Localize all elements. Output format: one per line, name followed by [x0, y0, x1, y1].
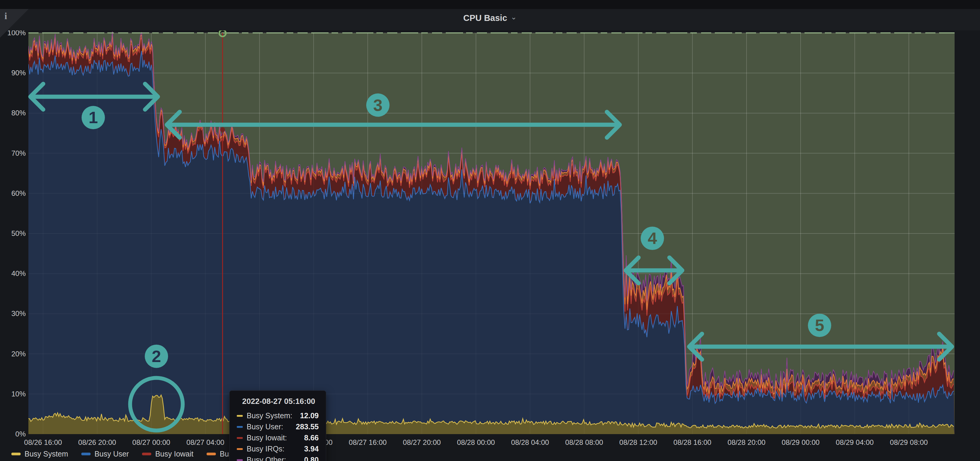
- tooltip-value: 3.94: [304, 445, 319, 453]
- info-icon: i: [5, 11, 7, 22]
- tooltip-label: Busy System:: [247, 412, 293, 420]
- x-tick-08-28-12-00: 08/28 12:00: [611, 438, 665, 447]
- x-tick-08-28-00-00: 08/28 00:00: [449, 438, 503, 447]
- panel-info-corner[interactable]: i: [0, 9, 39, 49]
- series-color-dash: [237, 448, 243, 450]
- tooltip-row-busy-user: Busy User: 283.55: [237, 421, 319, 432]
- x-tick-08-28-16-00: 08/28 16:00: [665, 438, 719, 447]
- x-tick-08-28-04-00: 08/28 04:00: [503, 438, 557, 447]
- x-tick-08-27-16-00: 08/27 16:00: [341, 438, 395, 447]
- svg-text:5: 5: [815, 316, 824, 335]
- tooltip-value: 283.55: [296, 423, 319, 431]
- tooltip-row-busy-other: Busy Other: 0.80: [237, 455, 319, 461]
- legend-label: Busy User: [94, 450, 129, 458]
- series-color-dash: [237, 459, 243, 461]
- svg-text:1: 1: [89, 108, 98, 127]
- tooltip-row-busy-iowait: Busy Iowait: 8.66: [237, 432, 319, 444]
- svg-text:3: 3: [373, 96, 382, 114]
- panel-title-menu[interactable]: CPU Basic ⌄: [0, 9, 980, 27]
- legend-item-busy-user[interactable]: Busy User: [81, 450, 129, 458]
- series-color-dash: [237, 437, 243, 439]
- legend-label: Busy System: [24, 450, 68, 458]
- legend-item-busy-iowait[interactable]: Busy Iowait: [142, 450, 193, 458]
- legend-swatch-busy-user: [81, 453, 91, 455]
- tooltip-timestamp: 2022-08-27 05:16:00: [242, 397, 319, 406]
- x-tick-08-27-04-00: 08/27 04:00: [178, 438, 232, 447]
- x-tick-08-28-20-00: 08/28 20:00: [720, 438, 773, 447]
- tooltip-row-busy-irqs: Busy IRQs: 3.94: [237, 444, 319, 455]
- cpu-basic-chart[interactable]: 12345: [0, 0, 980, 461]
- tooltip-label: Busy IRQs:: [247, 445, 284, 453]
- y-tick-30%: 30%: [0, 310, 26, 318]
- y-tick-90%: 90%: [0, 69, 26, 77]
- svg-text:4: 4: [648, 229, 657, 248]
- y-tick-20%: 20%: [0, 350, 26, 358]
- series-color-dash: [237, 426, 243, 428]
- crosshair-point-iowait: [220, 127, 225, 132]
- tooltip-value: 0.80: [304, 456, 319, 461]
- chevron-down-icon: ⌄: [511, 13, 517, 21]
- window-top-bar: [0, 0, 980, 9]
- y-tick-0%: 0%: [0, 430, 26, 438]
- y-tick-80%: 80%: [0, 109, 26, 117]
- hover-tooltip: 2022-08-27 05:16:00 Busy System: 12.09 B…: [229, 391, 326, 461]
- grafana-cpu-panel: { "window": { "title": "CPU Basic", "che…: [0, 0, 980, 461]
- series-color-dash: [237, 415, 243, 417]
- tooltip-row-busy-system: Busy System: 12.09: [237, 410, 319, 421]
- legend-swatch-busy-irqs: [207, 453, 216, 455]
- y-tick-60%: 60%: [0, 189, 26, 198]
- tooltip-label: Busy Other:: [247, 456, 286, 461]
- tooltip-value: 12.09: [300, 412, 319, 420]
- legend-swatch-busy-iowait: [142, 453, 151, 455]
- svg-text:2: 2: [152, 347, 161, 366]
- y-tick-40%: 40%: [0, 269, 26, 278]
- x-tick-08-29-00-00: 08/29 00:00: [774, 438, 827, 447]
- tooltip-label: Busy User:: [247, 423, 283, 431]
- y-tick-70%: 70%: [0, 149, 26, 157]
- x-tick-08-29-08-00: 08/29 08:00: [882, 438, 936, 447]
- tooltip-value: 8.66: [304, 434, 319, 442]
- panel-title-text: CPU Basic: [463, 13, 508, 23]
- legend-swatch-busy-system: [11, 453, 21, 455]
- legend-item-busy-system[interactable]: Busy System: [11, 450, 68, 458]
- legend-label: Busy Iowait: [155, 450, 193, 458]
- legend: Busy System Busy User Busy Iowait Busy I…: [11, 450, 256, 458]
- x-tick-08-26-16-00: 08/26 16:00: [16, 438, 70, 447]
- tooltip-label: Busy Iowait:: [247, 434, 287, 442]
- x-tick-08-26-20-00: 08/26 20:00: [70, 438, 124, 447]
- y-tick-10%: 10%: [0, 390, 26, 398]
- x-tick-08-28-08-00: 08/28 08:00: [557, 438, 611, 447]
- y-tick-50%: 50%: [0, 229, 26, 238]
- x-tick-08-27-20-00: 08/27 20:00: [395, 438, 449, 447]
- x-tick-08-27-00-00: 08/27 00:00: [124, 438, 178, 447]
- x-tick-08-29-04-00: 08/29 04:00: [828, 438, 881, 447]
